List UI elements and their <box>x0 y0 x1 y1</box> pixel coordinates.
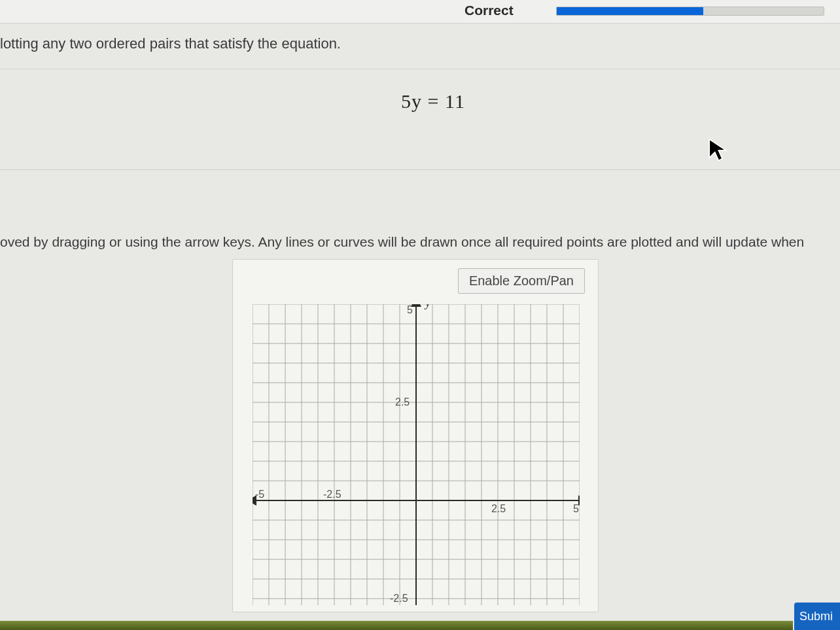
svg-text:5: 5 <box>573 503 579 514</box>
equation-text: 5y = 11 <box>401 90 465 113</box>
hint-text: oved by dragging or using the arrow keys… <box>0 234 840 250</box>
instruction-row: lotting any two ordered pairs that satis… <box>0 31 840 69</box>
svg-text:-5: -5 <box>255 489 264 500</box>
svg-text:5: 5 <box>407 304 413 315</box>
graph-panel: Enable Zoom/Pan <box>232 259 599 612</box>
svg-text:2.5: 2.5 <box>491 503 506 514</box>
header-strip: Correct <box>0 0 840 24</box>
instruction-text: lotting any two ordered pairs that satis… <box>0 31 341 52</box>
progress-bar <box>556 7 824 16</box>
footer-edge <box>0 621 793 630</box>
progress-fill <box>557 7 703 15</box>
equation-row: 5y = 11 <box>0 72 840 170</box>
submit-button[interactable]: Submi <box>794 603 840 630</box>
coordinate-plane[interactable]: -5 -2.5 2.5 5 5 2.5 -2.5 y x <box>253 304 580 605</box>
svg-text:-2.5: -2.5 <box>390 593 408 604</box>
svg-text:-2.5: -2.5 <box>323 489 341 500</box>
y-axis-label: y <box>424 304 430 309</box>
status-label: Correct <box>464 3 514 18</box>
enable-zoom-button[interactable]: Enable Zoom/Pan <box>458 268 585 294</box>
svg-text:2.5: 2.5 <box>395 396 410 408</box>
